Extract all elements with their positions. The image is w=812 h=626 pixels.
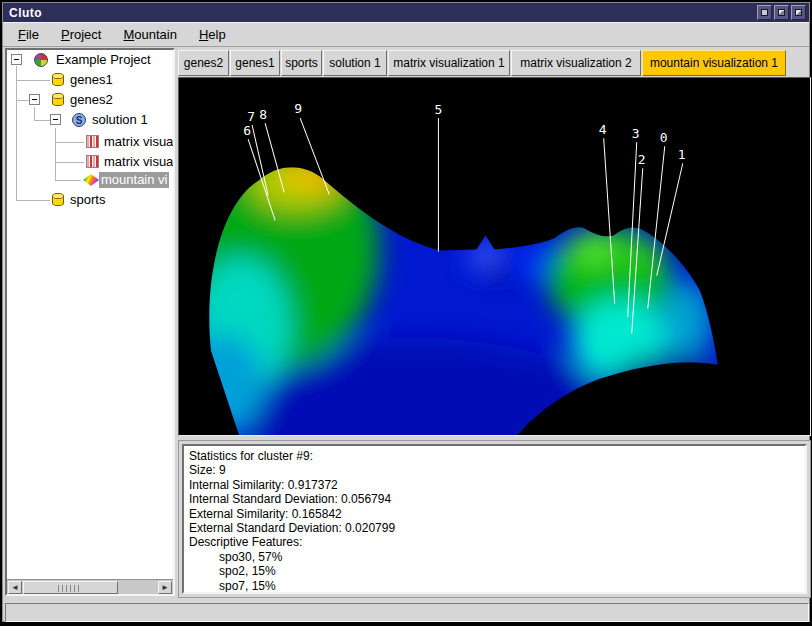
status-bar	[5, 603, 809, 622]
statistics-line: Descriptive Features:	[189, 535, 805, 549]
tree-item-mountain-vi[interactable]: mountain vi	[7, 171, 173, 189]
statistics-line: Internal Standard Deviation: 0.056794	[189, 492, 805, 506]
statistics-line: spo30, 57%	[189, 550, 805, 564]
statistics-panel: Statistics for cluster #9:Size: 9Interna…	[178, 440, 811, 598]
collapse-expander-icon[interactable]	[29, 94, 40, 105]
solution-icon: S	[72, 113, 86, 127]
tree-item-label[interactable]: Example Project	[54, 52, 153, 68]
scrollbar-thumb[interactable]	[23, 581, 118, 594]
tree-item-matrix-visua[interactable]: matrix visua	[7, 153, 173, 171]
project-tree: Example Projectgenes1genes2Ssolution 1ma…	[7, 50, 173, 594]
peak-label-2: 2	[638, 152, 646, 167]
iconify-icon[interactable]	[757, 5, 772, 20]
tree-item-matrix-visua[interactable]: matrix visua	[7, 133, 173, 151]
tree-item-genes2[interactable]: genes2	[7, 91, 173, 109]
tab-mountain-visualization-1[interactable]: mountain visualization 1	[642, 50, 786, 76]
statistics-line: spo7, 15%	[189, 579, 805, 593]
peak-label-6: 6	[243, 123, 251, 138]
peak-label-5: 5	[434, 102, 442, 117]
peak-label-9: 9	[294, 101, 302, 116]
scroll-left-arrow-icon[interactable]: ◄	[8, 581, 22, 594]
tree-item-label[interactable]: mountain vi	[99, 172, 169, 188]
menu-help[interactable]: Help	[188, 24, 237, 45]
mountain-visualization-canvas[interactable]: 7689543201	[178, 77, 811, 436]
peak-label-3: 3	[632, 126, 640, 141]
tab-genes1[interactable]: genes1	[230, 50, 280, 76]
matrix-icon	[86, 155, 99, 168]
project-tree-panel: Example Projectgenes1genes2Ssolution 1ma…	[5, 48, 175, 596]
peak-label-8: 8	[259, 107, 267, 122]
peak-label-4: 4	[599, 122, 607, 137]
project-icon	[34, 53, 48, 67]
tree-item-example-project[interactable]: Example Project	[7, 51, 173, 69]
statistics-line: Size: 9	[189, 463, 805, 477]
scroll-right-arrow-icon[interactable]: ►	[158, 581, 172, 594]
restore-icon[interactable]	[791, 5, 806, 20]
menubar: FileProjectMountainHelp	[3, 22, 809, 47]
tree-item-solution-1[interactable]: Ssolution 1	[7, 111, 173, 129]
menu-file[interactable]: File	[7, 24, 50, 45]
tree-item-label[interactable]: matrix visua	[102, 154, 175, 170]
tab-matrix-visualization-2[interactable]: matrix visualization 2	[511, 50, 641, 76]
statistics-line: Internal Similarity: 0.917372	[189, 478, 805, 492]
tree-item-genes1[interactable]: genes1	[7, 71, 173, 89]
collapse-expander-icon[interactable]	[50, 114, 61, 125]
tab-genes2[interactable]: genes2	[178, 50, 229, 76]
peak-label-7: 7	[247, 109, 255, 124]
statistics-line: External Similarity: 0.165842	[189, 507, 805, 521]
app-window: Cluto FileProjectMountainHelp Example Pr…	[2, 2, 810, 622]
tree-horizontal-scrollbar[interactable]: ◄ ►	[7, 579, 173, 594]
menu-mountain[interactable]: Mountain	[112, 24, 188, 45]
collapse-expander-icon[interactable]	[11, 54, 22, 65]
window-title: Cluto	[3, 6, 42, 20]
dataset-icon	[52, 73, 64, 86]
tree-item-label[interactable]: sports	[68, 192, 107, 208]
dataset-icon	[52, 93, 64, 106]
statistics-line: spo5, 2%	[189, 593, 805, 594]
peak-label-0: 0	[660, 130, 668, 145]
tab-solution-1[interactable]: solution 1	[323, 50, 387, 76]
peak-label-1: 1	[678, 147, 686, 162]
titlebar-controls	[757, 5, 806, 20]
statistics-line: External Standard Deviation: 0.020799	[189, 521, 805, 535]
tree-item-label[interactable]: genes2	[68, 92, 115, 108]
matrix-icon	[86, 135, 99, 148]
tree-item-label[interactable]: solution 1	[90, 112, 150, 128]
maximize-icon[interactable]	[774, 5, 789, 20]
tab-matrix-visualization-1[interactable]: matrix visualization 1	[388, 50, 510, 76]
menu-project[interactable]: Project	[50, 24, 112, 45]
tree-item-label[interactable]: matrix visua	[102, 134, 175, 150]
tree-item-label[interactable]: genes1	[68, 72, 115, 88]
tab-sports[interactable]: sports	[281, 50, 322, 76]
mountain-surface: 7689543201	[179, 78, 810, 435]
statistics-line: spo2, 15%	[189, 564, 805, 578]
tree-item-sports[interactable]: sports	[7, 191, 173, 209]
mountain-icon	[83, 174, 99, 186]
tabbar: genes2genes1sportssolution 1matrix visua…	[178, 49, 807, 76]
titlebar[interactable]: Cluto	[3, 3, 809, 22]
cluster-statistics-text[interactable]: Statistics for cluster #9:Size: 9Interna…	[182, 444, 807, 594]
dataset-icon	[52, 193, 64, 206]
statistics-line: Statistics for cluster #9:	[189, 449, 805, 463]
